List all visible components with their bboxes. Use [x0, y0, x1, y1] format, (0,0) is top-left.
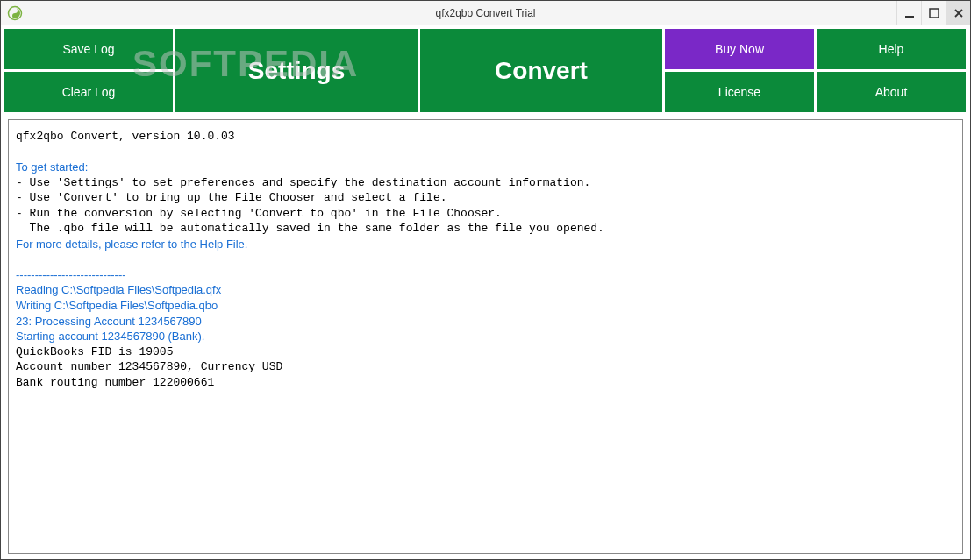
window-title: qfx2qbo Convert Trial [435, 7, 535, 19]
window-controls [896, 1, 970, 25]
close-button[interactable] [946, 1, 970, 25]
save-log-button[interactable]: Save Log [4, 29, 173, 69]
log-line: QuickBooks FID is 19005 [16, 344, 955, 360]
log-line: qfx2qbo Convert, version 10.0.03 [16, 129, 955, 145]
log-line: ----------------------------- [16, 267, 955, 283]
log-line: To get started: [16, 159, 955, 175]
log-line: The .qbo file will be automatically save… [16, 221, 955, 237]
titlebar: qfx2qbo Convert Trial [1, 1, 970, 25]
clear-log-button[interactable]: Clear Log [4, 72, 173, 112]
maximize-button[interactable] [921, 1, 946, 25]
log-line: For more details, please refer to the He… [16, 237, 955, 252]
minimize-button[interactable] [896, 1, 921, 25]
log-line: Account number 1234567890, Currency USD [16, 359, 955, 375]
app-icon [6, 4, 24, 22]
help-button[interactable]: Help [817, 29, 966, 69]
log-line: Writing C:\Softpedia Files\Softpedia.qbo [16, 298, 955, 314]
log-line: Reading C:\Softpedia Files\Softpedia.qfx [16, 282, 955, 298]
log-line: - Run the conversion by selecting 'Conve… [16, 206, 955, 222]
toolbar: Save Log Clear Log Settings Convert Buy … [1, 25, 970, 116]
log-area[interactable]: qfx2qbo Convert, version 10.0.03 To get … [8, 119, 963, 554]
buy-now-button[interactable]: Buy Now [665, 29, 814, 69]
log-line: 23: Processing Account 1234567890 [16, 314, 955, 330]
settings-button[interactable]: Settings [175, 29, 418, 112]
log-line: Bank routing number 122000661 [16, 375, 955, 391]
svg-rect-1 [905, 16, 914, 18]
convert-button[interactable]: Convert [420, 29, 662, 112]
svg-rect-2 [930, 9, 939, 18]
about-button[interactable]: About [817, 72, 966, 112]
log-line: Starting account 1234567890 (Bank). [16, 329, 955, 344]
log-line: - Use 'Settings' to set preferences and … [16, 175, 955, 191]
log-line: - Use 'Convert' to bring up the File Cho… [16, 190, 955, 206]
license-button[interactable]: License [665, 72, 814, 112]
